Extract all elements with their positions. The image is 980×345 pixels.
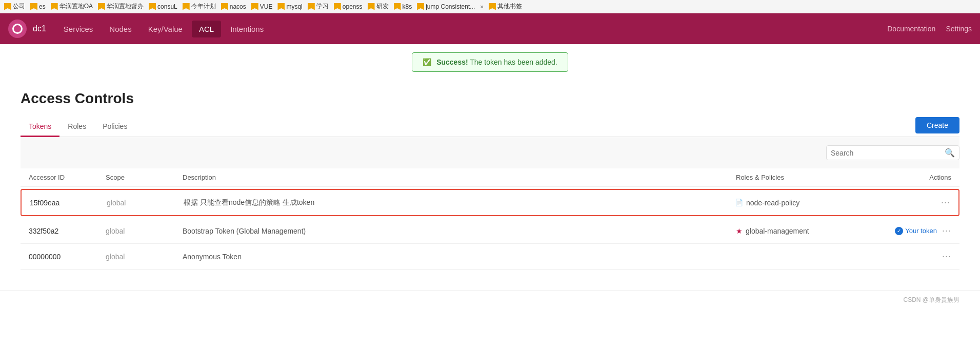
col-header-actions: Actions — [890, 174, 951, 181]
search-input[interactable] — [831, 149, 945, 157]
table-header: Accessor ID Scope Description Roles & Po… — [21, 168, 959, 187]
tokens-table: Accessor ID Scope Description Roles & Po… — [21, 168, 959, 270]
folder-icon — [183, 3, 190, 10]
actions-menu-2[interactable]: ··· — [942, 225, 951, 236]
bookmark-study[interactable]: 学习 — [308, 2, 329, 11]
bookmark-dev[interactable]: 研发 — [368, 2, 389, 11]
tab-roles[interactable]: Roles — [59, 117, 94, 137]
accessor-id-1: 15f09eaa — [30, 199, 107, 207]
documentation-link[interactable]: Documentation — [887, 25, 935, 33]
create-button[interactable]: Create — [915, 117, 959, 133]
folder-icon — [149, 3, 156, 10]
folder-icon — [368, 3, 375, 10]
actions-1: ··· — [889, 197, 950, 208]
table-row: 332f50a2 global Bootstrap Token (Global … — [21, 218, 959, 244]
datacenter-selector[interactable]: dc1 — [33, 24, 46, 33]
tab-policies[interactable]: Policies — [94, 117, 135, 137]
settings-link[interactable]: Settings — [946, 25, 972, 33]
scope-2: global — [106, 227, 183, 235]
col-header-description: Description — [183, 174, 736, 181]
navbar: dc1 Services Nodes Key/Value ACL Intenti… — [0, 13, 980, 44]
success-icon: ✅ — [423, 58, 431, 66]
bookmark-gongsi[interactable]: 公司 — [4, 2, 25, 11]
bookmark-openss[interactable]: openss — [334, 3, 363, 10]
folder-icon — [489, 3, 496, 10]
policy-name-2: global-management — [746, 227, 809, 235]
success-banner: ✅ Success! The token has been added. — [0, 44, 980, 80]
footer: CSDN @单身贵族男 — [0, 290, 980, 310]
footer-text: CSDN @单身贵族男 — [903, 296, 959, 303]
table-row: 00000000 global Anonymous Token ··· — [21, 244, 959, 270]
bookmark-es[interactable]: es — [30, 3, 46, 10]
success-bold: Success! — [436, 58, 468, 66]
folder-icon — [51, 3, 58, 10]
logo-circle — [12, 24, 23, 34]
bookmark-vue[interactable]: VUE — [251, 3, 273, 10]
nav-links: Services Nodes Key/Value ACL Intentions — [56, 21, 887, 37]
nav-nodes[interactable]: Nodes — [102, 21, 138, 37]
table-row: 15f09eaa global 根据 只能查看node信息的策略 生成token… — [21, 189, 959, 216]
folder-icon — [417, 3, 424, 10]
roles-2: ★ global-management — [736, 227, 890, 235]
accessor-id-2: 332f50a2 — [29, 227, 106, 235]
bookmark-mysql[interactable]: mysql — [277, 3, 302, 10]
description-2: Bootstrap Token (Global Management) — [183, 227, 736, 235]
bookmark-k8s[interactable]: k8s — [394, 3, 412, 10]
check-circle-icon: ✓ — [895, 227, 903, 235]
main-content: Access Controls Tokens Roles Policies Cr… — [0, 80, 980, 280]
folder-icon — [277, 3, 285, 10]
nav-acl[interactable]: ACL — [192, 21, 221, 37]
nav-keyvalue[interactable]: Key/Value — [141, 21, 190, 37]
policy-doc-icon: 📄 — [735, 199, 743, 206]
bookmark-jump[interactable]: jump Consistent... — [417, 3, 475, 10]
col-header-scope: Scope — [106, 174, 183, 181]
bookmark-consul[interactable]: consuL — [149, 3, 177, 10]
tabs-container: Tokens Roles Policies Create — [21, 117, 959, 137]
policy-name-1: node-read-policy — [746, 199, 799, 207]
scope-1: global — [107, 199, 184, 207]
actions-3: ··· — [890, 251, 951, 262]
your-token-badge: ✓ Your token — [895, 227, 937, 235]
success-text: The token has been added. — [470, 58, 557, 66]
star-icon: ★ — [736, 227, 743, 235]
col-header-accessor: Accessor ID — [29, 174, 106, 181]
actions-2: ✓ Your token ··· — [890, 225, 951, 236]
bookmarks-bar: 公司 es 华润置地OA 华润置地督办 consuL 今年计划 nacos VU… — [0, 0, 980, 13]
bookmark-other[interactable]: 其他书签 — [489, 2, 522, 11]
col-header-roles: Roles & Policies — [736, 174, 890, 181]
success-message-box: ✅ Success! The token has been added. — [412, 52, 568, 72]
folder-icon — [30, 3, 37, 10]
folder-icon — [221, 3, 228, 10]
consul-logo[interactable] — [8, 20, 27, 38]
search-wrapper: 🔍 — [826, 145, 959, 160]
nav-services[interactable]: Services — [56, 21, 101, 37]
roles-1: 📄 node-read-policy — [735, 199, 889, 207]
folder-icon — [98, 3, 105, 10]
actions-menu-3[interactable]: ··· — [942, 251, 951, 262]
bookmarks-more[interactable]: » — [480, 3, 484, 10]
folder-icon — [334, 3, 341, 10]
folder-icon — [394, 3, 401, 10]
tab-tokens[interactable]: Tokens — [21, 117, 59, 137]
description-1: 根据 只能查看node信息的策略 生成token — [184, 198, 735, 207]
scope-3: global — [106, 253, 183, 261]
bookmark-plan[interactable]: 今年计划 — [183, 2, 216, 11]
your-token-label: Your token — [905, 227, 937, 235]
bookmark-huarun-oa[interactable]: 华润置地OA — [51, 2, 93, 11]
nav-intentions[interactable]: Intentions — [223, 21, 271, 37]
bookmark-nacos[interactable]: nacos — [221, 3, 246, 10]
navbar-right: Documentation Settings — [887, 25, 972, 33]
actions-menu-1[interactable]: ··· — [941, 197, 950, 208]
folder-icon — [308, 3, 315, 10]
folder-icon — [4, 3, 11, 10]
search-area: 🔍 — [21, 137, 959, 168]
description-3: Anonymous Token — [183, 253, 736, 261]
page-title: Access Controls — [21, 90, 959, 107]
folder-icon — [251, 3, 258, 10]
accessor-id-3: 00000000 — [29, 253, 106, 261]
search-button[interactable]: 🔍 — [945, 148, 955, 158]
bookmark-huarun-du[interactable]: 华润置地督办 — [98, 2, 144, 11]
